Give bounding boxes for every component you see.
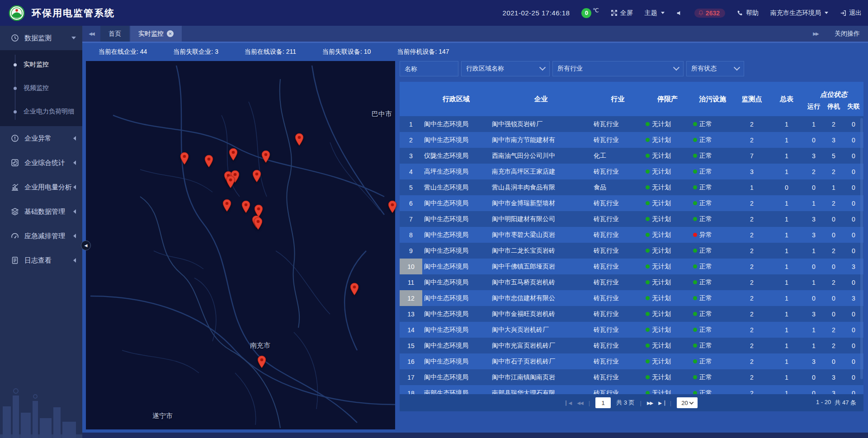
cell-treatment: 正常	[691, 259, 734, 274]
table-row[interactable]: 5 营山生态环境局 营山县润丰肉食品有限 食品 无计划 正常 1 0 0 1 0	[400, 179, 863, 195]
map-pin[interactable]	[294, 133, 304, 146]
sidebar-item-label: 视频监控	[24, 84, 49, 92]
cell-index: 6	[400, 195, 422, 211]
cell-running: 3	[804, 211, 824, 227]
cell-treatment: 正常	[691, 132, 734, 148]
map-pin[interactable]	[228, 148, 238, 161]
table-row[interactable]: 8 阆中生态环境局 阆中市枣碧大梁山页岩 砖瓦行业 无计划 异常 2 1 3 0…	[400, 227, 863, 243]
cell-stop-production: 无计划	[644, 132, 691, 148]
phone-icon	[737, 10, 743, 16]
first-page-button[interactable]: ▎◀	[566, 400, 571, 405]
page-size-select[interactable]: 20	[677, 397, 698, 408]
cell-shutdown: 0	[824, 290, 844, 306]
next-page-button[interactable]: ▶▶	[647, 400, 653, 405]
tab-realtime-monitor[interactable]: 实时监控 ✕	[130, 26, 182, 42]
name-search-input[interactable]	[400, 61, 458, 76]
sidebar-group-5[interactable]: 应急减排管理	[0, 224, 82, 248]
map-pin[interactable]	[387, 200, 397, 214]
cell-total-meter: 1	[769, 243, 804, 259]
map-pin[interactable]	[222, 199, 232, 212]
map-pin[interactable]	[226, 175, 236, 189]
sidebar-group-2[interactable]: 企业综合统计	[0, 151, 82, 175]
stat-item: 当前失联企业: 3	[173, 48, 218, 56]
table-row[interactable]: 10 阆中生态环境局 阆中千佛镇五郎垭页岩 砖瓦行业 无计划 正常 2 1 0 …	[400, 259, 863, 274]
table-row[interactable]: 7 阆中生态环境局 阆中明阳建材有限公司 砖瓦行业 无计划 正常 2 1 3 0…	[400, 211, 863, 227]
cell-shutdown: 2	[824, 338, 844, 353]
map-pin[interactable]	[261, 150, 271, 164]
table-row[interactable]: 16 阆中生态环境局 阆中市石子页岩机砖厂 砖瓦行业 无计划 正常 2 1 3 …	[400, 353, 863, 369]
industry-select-value: 所有行业	[557, 65, 674, 73]
cell-monitor-points: 2	[734, 132, 769, 148]
fullscreen-button[interactable]: 全屏	[611, 9, 633, 17]
map-pin[interactable]	[349, 283, 359, 296]
cell-industry: 砖瓦行业	[592, 274, 644, 290]
map-city-label: 南充市	[250, 341, 270, 350]
region-select[interactable]: 行政区域名称	[461, 61, 550, 76]
logout-button[interactable]: 退出	[840, 9, 862, 17]
cell-shutdown: 2	[824, 116, 844, 132]
sidebar-group-1[interactable]: 企业异常	[0, 126, 82, 151]
sidebar-item-0-0[interactable]: 实时监控	[0, 53, 82, 76]
cell-stop-production: 无计划	[644, 211, 691, 227]
bell-icon	[698, 10, 704, 16]
sidebar-group-6[interactable]: 日志查看	[0, 248, 82, 273]
table-row[interactable]: 1 阆中生态环境局 阆中强锐页岩砖厂 砖瓦行业 无计划 正常 2 1 1 2 0	[400, 116, 863, 132]
status-select[interactable]: 所有状态	[686, 61, 744, 76]
chevron-left-icon	[73, 185, 76, 189]
tabs-scroll-right-button[interactable]: ▶▶	[807, 31, 825, 36]
map-pin[interactable]	[204, 155, 214, 168]
scrollbar-thumb[interactable]	[860, 118, 863, 379]
table-row[interactable]: 3 仪陇生态环境局 西南油气田分公司川中 化工 无计划 正常 7 1 3 5 0	[400, 148, 863, 164]
sidebar-group-0[interactable]: 数据监测	[0, 26, 82, 50]
table-row[interactable]: 13 阆中生态环境局 阆中市金福旺页岩机砖 砖瓦行业 无计划 正常 2 1 3 …	[400, 306, 863, 322]
table-row[interactable]: 15 阆中生态环境局 阆中市光富页岩机砖厂 砖瓦行业 无计划 正常 2 1 1 …	[400, 338, 863, 353]
table-row[interactable]: 12 阆中生态环境局 阆中市忠信建材有限公 砖瓦行业 无计划 正常 2 1 0 …	[400, 290, 863, 306]
tabs-scroll-left-button[interactable]: ◀◀	[82, 26, 100, 42]
close-icon[interactable]: ✕	[167, 30, 174, 37]
industry-select[interactable]: 所有行业	[552, 61, 684, 76]
cell-monitor-points: 7	[734, 148, 769, 164]
table-row[interactable]: 17 阆中生态环境局 阆中市江南镇阆南页岩 砖瓦行业 无计划 正常 2 1 0 …	[400, 369, 863, 385]
map-pin[interactable]	[179, 152, 189, 165]
tab-home[interactable]: 首页	[100, 26, 129, 42]
table-row[interactable]: 9 阆中生态环境局 阆中市二龙长宝页岩砖 砖瓦行业 无计划 正常 2 1 1 2…	[400, 243, 863, 259]
tab-home-label: 首页	[108, 30, 121, 38]
sidebar-item-0-2[interactable]: 企业电力负荷明细	[0, 100, 82, 123]
map-pin[interactable]	[253, 217, 263, 231]
table-row[interactable]: 14 阆中生态环境局 阆中大兴页岩机砖厂 砖瓦行业 无计划 正常 2 1 1 2…	[400, 322, 863, 338]
org-dropdown[interactable]: 南充市生态环境局	[770, 9, 828, 17]
sidebar-item-0-1[interactable]: 视频监控	[0, 76, 82, 100]
sidebar-group-4[interactable]: 基础数据管理	[0, 199, 82, 224]
table-row[interactable]: 18 南部生态环境局 南部县瑞华大理石有限 砖瓦行业 无计划 正常 2 1 0 …	[400, 385, 863, 394]
cell-shutdown: 0	[824, 353, 844, 369]
map-pin[interactable]	[257, 355, 267, 369]
cell-index: 3	[400, 148, 422, 164]
table-row[interactable]: 4 高坪生态环境局 南充市高坪区王家店建 砖瓦行业 无计划 正常 3 1 2 2…	[400, 164, 863, 179]
cell-monitor-points: 2	[734, 322, 769, 338]
map-pin[interactable]	[241, 200, 251, 214]
sidebar-group-3[interactable]: 企业用电量分析	[0, 175, 82, 199]
mute-button[interactable]	[676, 10, 683, 16]
status-dot-green	[646, 201, 650, 205]
map-pin[interactable]	[252, 170, 262, 183]
datetime-display: 2021-02-25 17:46:18	[503, 9, 570, 17]
theme-dropdown[interactable]: 主题	[645, 9, 665, 17]
prev-page-button[interactable]: ◀◀	[577, 400, 583, 405]
col-point-status-group: 点位状态 运行 停机 失联	[804, 82, 863, 116]
table-row[interactable]: 2 阆中生态环境局 阆中市南方节能建材有 砖瓦行业 无计划 正常 2 1 0 3…	[400, 132, 863, 148]
cell-index: 15	[400, 338, 422, 353]
map-panel[interactable]: ◀ 巴中市南充市遂宁市	[86, 61, 395, 429]
help-button[interactable]: 帮助	[737, 9, 759, 17]
table-row[interactable]: 6 阆中生态环境局 阆中市金博瑞新型墙材 砖瓦行业 无计划 正常 2 1 1 2…	[400, 195, 863, 211]
cell-treatment: 正常	[691, 164, 734, 179]
cell-stop-production: 无计划	[644, 290, 691, 306]
last-page-button[interactable]: ▶▕	[658, 400, 664, 405]
cell-company: 阆中明阳建材有限公司	[490, 211, 592, 227]
cell-treatment: 正常	[691, 243, 734, 259]
map-collapse-toggle[interactable]: ◀	[81, 240, 91, 250]
page-number-input[interactable]: 1	[595, 397, 611, 408]
cell-industry: 砖瓦行业	[592, 259, 644, 274]
notifications-badge[interactable]: 2632	[694, 9, 725, 18]
table-row[interactable]: 11 阆中生态环境局 阆中市五马桥页岩机砖 砖瓦行业 无计划 正常 2 1 1 …	[400, 274, 863, 290]
close-operations-button[interactable]: 关闭操作	[835, 30, 860, 38]
